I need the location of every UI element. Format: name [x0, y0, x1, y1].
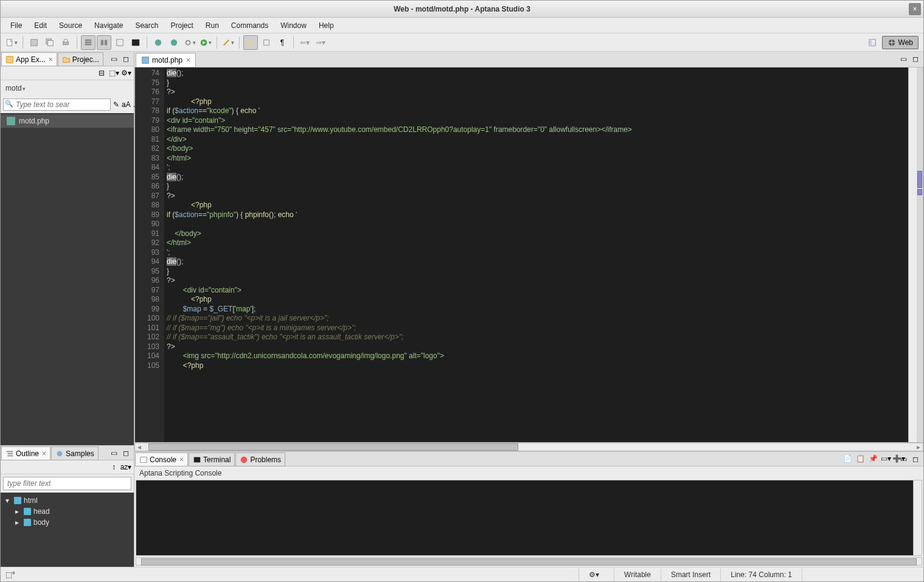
- menu-window[interactable]: Window: [274, 19, 313, 32]
- window-close-button[interactable]: ×: [909, 3, 921, 15]
- menu-file[interactable]: File: [4, 19, 28, 32]
- tab-problems[interactable]: Problems: [235, 452, 285, 466]
- outline-menu[interactable]: az▾: [120, 462, 131, 473]
- separator: [239, 36, 240, 49]
- outline-filter-input[interactable]: [3, 477, 131, 490]
- close-icon[interactable]: ×: [42, 449, 46, 458]
- separator: [23, 36, 23, 49]
- view-toggle-3[interactable]: [113, 35, 127, 50]
- console-icon: [139, 456, 148, 464]
- close-icon[interactable]: ×: [186, 56, 190, 64]
- gear-icon[interactable]: ⚙▾: [589, 570, 599, 579]
- file-tree[interactable]: motd.php: [1, 113, 134, 445]
- wand-icon[interactable]: ✎: [113, 99, 119, 110]
- nav-forward-button[interactable]: ⇒▾: [313, 35, 328, 50]
- overview-ruler[interactable]: [917, 68, 923, 442]
- toggle-pilcrow[interactable]: ¶: [275, 35, 290, 50]
- tab-project-explorer[interactable]: Projec...: [58, 52, 103, 66]
- menu-source[interactable]: Source: [53, 19, 88, 32]
- console-display[interactable]: ▭▾: [880, 453, 891, 464]
- highlight-button[interactable]: [243, 35, 258, 50]
- minimize-view-button[interactable]: ▭: [108, 448, 119, 459]
- svg-rect-23: [8, 453, 13, 454]
- save-button[interactable]: [27, 35, 41, 50]
- vertical-scrollbar[interactable]: [908, 68, 917, 442]
- sort-button[interactable]: ↕: [108, 462, 119, 473]
- gear-dropdown[interactable]: ▾: [182, 35, 197, 50]
- terminal-icon: [193, 456, 201, 464]
- svg-rect-27: [141, 457, 147, 462]
- tab-console[interactable]: Console ×: [135, 452, 188, 466]
- case-sensitive-toggle[interactable]: aA: [122, 99, 131, 110]
- tree-node[interactable]: ▾html: [3, 495, 131, 506]
- maximize-editor-button[interactable]: ◻: [910, 54, 921, 64]
- save-all-button[interactable]: [43, 35, 57, 50]
- horizontal-scrollbar[interactable]: [136, 557, 922, 566]
- tab-outline[interactable]: Outline ×: [1, 446, 50, 460]
- link-editor-button[interactable]: ⬚▾: [108, 68, 119, 78]
- wand-dropdown[interactable]: ▾: [221, 35, 235, 50]
- browser-forward-button[interactable]: [167, 35, 181, 50]
- browser-back-button[interactable]: [151, 35, 165, 50]
- menu-help[interactable]: Help: [313, 19, 340, 32]
- tab-label: Terminal: [203, 456, 231, 464]
- console-output[interactable]: [136, 480, 922, 556]
- minimize-view-button[interactable]: ▭: [108, 54, 119, 64]
- code-editor[interactable]: 7475767778798081828384858687888990919293…: [134, 68, 923, 443]
- minimize-editor-button[interactable]: ▭: [898, 54, 909, 64]
- console-title: Aptana Scripting Console: [134, 466, 923, 480]
- console-pin[interactable]: 📌: [867, 453, 878, 464]
- open-perspective-button[interactable]: [865, 35, 880, 50]
- scroll-thumb[interactable]: [141, 558, 917, 566]
- status-insert-mode: Smart Insert: [661, 567, 720, 581]
- svg-point-13: [155, 39, 162, 46]
- horizontal-scrollbar[interactable]: ◂ ▸: [134, 443, 923, 451]
- close-icon[interactable]: ×: [49, 55, 53, 64]
- menu-search[interactable]: Search: [129, 19, 164, 32]
- vertical-scrollbar[interactable]: [913, 480, 922, 555]
- tab-terminal[interactable]: Terminal: [189, 452, 235, 466]
- print-button[interactable]: [58, 35, 73, 50]
- svg-rect-10: [105, 40, 107, 45]
- collapse-all-button[interactable]: ⊟: [96, 68, 107, 78]
- tab-samples[interactable]: Samples: [51, 446, 99, 460]
- search-input[interactable]: [3, 99, 111, 111]
- svg-point-25: [57, 451, 63, 456]
- close-icon[interactable]: ×: [179, 456, 184, 464]
- editor-tab[interactable]: motd.php ×: [136, 53, 196, 68]
- tab-app-explorer[interactable]: App Ex... ×: [1, 52, 57, 66]
- terminal-button[interactable]: [128, 35, 143, 50]
- maximize-view-button[interactable]: ◻: [910, 454, 921, 465]
- maximize-view-button[interactable]: ◻: [120, 448, 131, 459]
- view-toggle-2[interactable]: [97, 35, 111, 50]
- view-toggle-1[interactable]: [81, 35, 96, 50]
- file-item[interactable]: motd.php: [1, 114, 134, 128]
- tree-node[interactable]: ▸head: [13, 506, 131, 517]
- toggle-a[interactable]: [259, 35, 274, 50]
- menu-edit[interactable]: Edit: [28, 19, 53, 32]
- show-views-button[interactable]: ⬚°: [5, 570, 15, 579]
- maximize-view-button[interactable]: ◻: [120, 54, 131, 64]
- minimize-view-button[interactable]: ▭: [898, 454, 909, 465]
- menu-navigate[interactable]: Navigate: [88, 19, 129, 32]
- project-selector[interactable]: motd▾: [1, 80, 134, 96]
- tab-label: Outline: [16, 449, 39, 458]
- menubar: File Edit Source Navigate Search Project…: [1, 18, 923, 33]
- menu-run[interactable]: Run: [200, 19, 225, 32]
- menu-commands[interactable]: Commands: [225, 19, 274, 32]
- view-menu-button[interactable]: ⚙▾: [120, 68, 131, 78]
- console-action-2[interactable]: 📋: [855, 453, 866, 464]
- outline-tree[interactable]: ▾html▸head▸body: [1, 493, 134, 567]
- console-action-1[interactable]: 📄: [842, 453, 853, 464]
- code-content[interactable]: die();}?> <?phpif ($action=="kcode") { e…: [164, 68, 908, 442]
- tree-node[interactable]: ▸body: [13, 517, 131, 528]
- samples-icon: [55, 449, 64, 458]
- svg-point-15: [186, 40, 190, 44]
- perspective-web[interactable]: Web: [882, 36, 919, 49]
- menu-project[interactable]: Project: [164, 19, 199, 32]
- nav-back-button[interactable]: ⇐▾: [297, 35, 312, 50]
- new-button[interactable]: ▾: [4, 35, 19, 50]
- scroll-thumb[interactable]: [148, 443, 518, 451]
- run-dropdown[interactable]: ▾: [198, 35, 213, 50]
- svg-rect-28: [194, 457, 201, 462]
